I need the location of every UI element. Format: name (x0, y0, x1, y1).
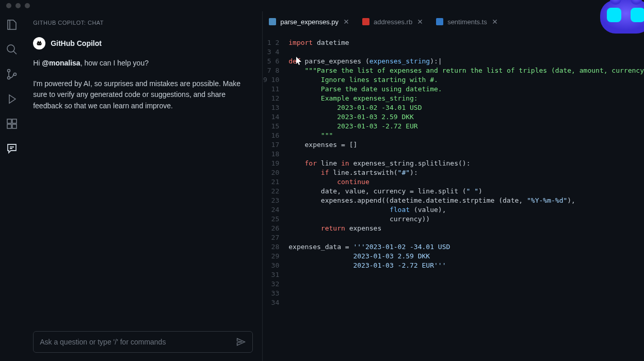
close-icon[interactable] (416, 18, 424, 25)
user-mention: @monalisa (42, 59, 80, 67)
code-content[interactable]: import datetime def parse_expenses (expe… (288, 38, 644, 361)
svg-rect-13 (40, 41, 41, 43)
svg-rect-18 (607, 8, 621, 22)
tab-label: parse_expenses.py (280, 18, 339, 26)
chat-bot-name: GitHub Copilot (51, 39, 102, 47)
chat-input[interactable] (40, 338, 236, 346)
svg-point-1 (8, 70, 10, 72)
close-icon[interactable] (491, 18, 498, 25)
svg-rect-16 (436, 18, 443, 25)
traffic-zoom[interactable] (25, 3, 30, 8)
titlebar (0, 0, 644, 11)
activity-bar (0, 11, 24, 361)
copilot-mascot-icon (587, 0, 644, 37)
chat-panel-title: GITHUB COPILOT: CHAT (33, 20, 253, 26)
send-icon[interactable] (236, 337, 246, 347)
svg-rect-4 (7, 119, 11, 123)
svg-rect-14 (269, 18, 276, 25)
editor-area: parse_expenses.pyaddresses.rbsentiments.… (263, 11, 644, 361)
traffic-close[interactable] (6, 3, 11, 8)
chat-disclaimer: I'm powered by AI, so surprises and mist… (33, 78, 253, 112)
chat-greeting: Hi @monalisa, how can I help you? (33, 58, 253, 69)
svg-rect-9 (37, 42, 42, 45)
chat-message: Hi @monalisa, how can I help you? I'm po… (33, 58, 253, 121)
chat-icon[interactable] (6, 142, 18, 155)
svg-rect-6 (7, 124, 11, 128)
svg-rect-19 (631, 8, 644, 22)
chat-input-box[interactable] (33, 331, 253, 353)
svg-point-0 (7, 45, 14, 52)
svg-point-10 (38, 43, 39, 44)
search-icon[interactable] (6, 43, 18, 56)
files-icon[interactable] (6, 19, 18, 31)
svg-rect-5 (12, 119, 17, 123)
svg-rect-12 (38, 41, 39, 43)
file-ts-icon (436, 18, 443, 25)
svg-rect-15 (362, 18, 369, 25)
svg-point-11 (40, 43, 41, 44)
mouse-cursor-icon (296, 57, 302, 65)
svg-point-2 (8, 77, 10, 79)
tab-label: sentiments.ts (447, 18, 487, 26)
chat-panel: GITHUB COPILOT: CHAT GitHub Copilot Hi @… (24, 11, 263, 361)
tab-label: addresses.rb (374, 18, 412, 26)
svg-point-3 (14, 73, 17, 76)
traffic-minimize[interactable] (15, 3, 21, 8)
extensions-icon[interactable] (6, 118, 18, 130)
source-control-icon[interactable] (6, 68, 18, 80)
file-py-icon (269, 18, 276, 25)
chat-header: GitHub Copilot (33, 37, 253, 50)
line-gutter: 1 2 3 4 5 6 7 8 9 10 11 12 13 14 15 16 1… (263, 38, 288, 361)
file-rb-icon (362, 18, 369, 25)
close-icon[interactable] (343, 18, 350, 25)
copilot-avatar-icon (33, 37, 45, 50)
editor-tab[interactable]: parse_expenses.py (263, 11, 356, 32)
editor-tab[interactable]: addresses.rb (356, 11, 430, 32)
editor-tab[interactable]: sentiments.ts (430, 11, 505, 32)
run-icon[interactable] (6, 93, 18, 105)
code-editor[interactable]: 1 2 3 4 5 6 7 8 9 10 11 12 13 14 15 16 1… (263, 32, 644, 361)
svg-rect-7 (12, 124, 17, 128)
